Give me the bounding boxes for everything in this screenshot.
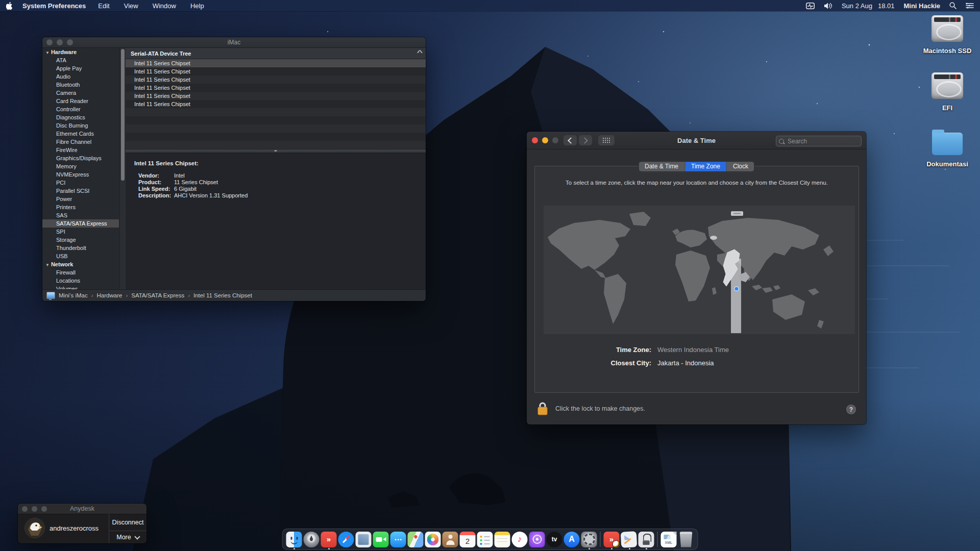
dock-notes-icon[interactable] (495, 532, 510, 547)
breadcrumb-segment[interactable]: SATA/SATA Express (122, 292, 184, 298)
active-app-name[interactable]: System Preferences (22, 2, 86, 10)
menu-item[interactable]: Edit (91, 2, 116, 10)
tab-date-time[interactable]: Date & Time (639, 162, 685, 171)
device-tree-row[interactable]: Intel 11 Series Chipset (126, 59, 426, 67)
tab-time-zone[interactable]: Time Zone (685, 162, 727, 171)
sidebar-item[interactable]: Locations (42, 277, 119, 285)
sidebar-item[interactable]: Printers (42, 203, 119, 211)
device-tree-row[interactable]: Intel 11 Series Chipset (126, 76, 426, 84)
dock-divider[interactable] (657, 532, 658, 547)
help-button[interactable]: ? (846, 405, 856, 414)
datetime-title-bar[interactable]: Date & Time (527, 132, 866, 149)
dock-finder-icon[interactable] (286, 532, 302, 547)
desktop-icon-efi[interactable]: EFI (919, 72, 976, 112)
dock-maps-icon[interactable] (408, 532, 424, 547)
breadcrumb-segment[interactable]: Intel 11 Series Chipset (184, 292, 252, 298)
menubar-clock[interactable]: 18.01 (877, 2, 899, 10)
sidebar-item[interactable]: Bluetooth (42, 81, 119, 89)
device-tree-row[interactable]: Intel 11 Series Chipset (126, 67, 426, 76)
dock-mail-icon[interactable] (356, 532, 372, 547)
menubar-user[interactable]: Mini Hackie (899, 2, 945, 10)
dock-messages-icon[interactable]: … (390, 532, 406, 547)
dock-music-icon[interactable]: ♪ (512, 532, 528, 547)
dock-reminders-icon[interactable] (477, 532, 493, 547)
sidebar-item[interactable]: Memory (42, 162, 119, 170)
sidebar-group-network[interactable]: ▼Network (42, 260, 119, 268)
menubar-date[interactable]: Sun 2 Aug (837, 2, 877, 10)
scrollbar-thumb[interactable] (121, 49, 125, 181)
dock-hackintool-icon[interactable] (639, 532, 654, 547)
dock-configurator-icon[interactable] (621, 531, 638, 548)
sidebar-item[interactable]: Audio (42, 72, 119, 81)
dock-plist-icon[interactable]: XML (661, 532, 677, 547)
forward-button[interactable] (579, 135, 592, 145)
more-button[interactable]: More (109, 531, 146, 543)
anydesk-title-bar[interactable]: Anydesk (18, 504, 146, 514)
dock-trash-icon[interactable] (678, 532, 694, 547)
menu-item[interactable]: Help (183, 2, 211, 10)
closest-city-value[interactable]: Jakarta - Indonesia (657, 359, 714, 367)
lock-icon[interactable] (537, 402, 548, 416)
show-all-button[interactable] (598, 135, 615, 145)
dock-photos-icon[interactable] (425, 532, 441, 547)
world-map[interactable] (544, 206, 855, 334)
sidebar-item[interactable]: Firewall (42, 268, 119, 277)
sidebar-item[interactable]: Card Reader (42, 97, 119, 105)
dock-launchpad-icon[interactable] (304, 532, 320, 547)
sidebar-item[interactable]: Controller (42, 105, 119, 113)
spotlight-search-icon[interactable] (945, 2, 961, 9)
sidebar-item[interactable]: PCI (42, 179, 119, 187)
sidebar-item[interactable]: Apple Pay (42, 64, 119, 72)
sidebar-item[interactable]: Parallel SCSI (42, 187, 119, 195)
search-input[interactable] (787, 137, 850, 145)
sidebar-item[interactable]: Diagnostics (42, 113, 119, 121)
pane-splitter[interactable] (126, 149, 426, 153)
sidebar-item-sata-sata-express[interactable]: SATA/SATA Express (42, 219, 119, 228)
zoom-button[interactable] (552, 137, 558, 143)
sidebar-scrollbar[interactable] (119, 48, 126, 290)
collapse-chevron-icon[interactable]: ^ (417, 49, 423, 56)
minimize-button[interactable] (542, 137, 548, 143)
device-tree-row[interactable]: Intel 11 Series Chipset (126, 100, 426, 108)
sysinfo-title-bar[interactable]: iMac (42, 37, 426, 48)
sidebar-item[interactable]: FireWire (42, 146, 119, 154)
dock-anydesk-session-icon[interactable]: » (604, 532, 620, 547)
breadcrumb-segment[interactable]: Hardware (88, 292, 122, 298)
sidebar-item[interactable]: SAS (42, 211, 119, 219)
sidebar-group-hardware[interactable]: ▼Hardware (42, 48, 119, 56)
dock-calendar-icon[interactable]: 2 (460, 532, 476, 547)
sidebar-item[interactable]: Camera (42, 89, 119, 97)
disconnect-button[interactable]: Disconnect (109, 514, 146, 531)
sidebar-item[interactable]: ATA (42, 56, 119, 64)
sidebar-item[interactable]: Storage (42, 236, 119, 244)
back-button[interactable] (564, 135, 577, 145)
desktop-icon-dokumentasi[interactable]: Dokumentasi (919, 129, 976, 168)
notification-center-icon[interactable] (961, 3, 980, 9)
breadcrumb-segment[interactable]: Mini’s iMac (59, 292, 88, 298)
dock-appstore-icon[interactable]: A (564, 532, 580, 547)
disclosure-triangle-icon[interactable]: ▼ (45, 263, 50, 267)
dock-tv-icon[interactable]: tv (547, 532, 562, 547)
sidebar-item[interactable]: Ethernet Cards (42, 130, 119, 138)
dock-safari-icon[interactable] (338, 532, 354, 547)
dock-divider[interactable] (600, 532, 601, 547)
apple-menu[interactable] (0, 2, 18, 10)
search-field[interactable] (776, 136, 862, 146)
close-button[interactable] (532, 137, 538, 143)
sidebar-item[interactable]: Power (42, 195, 119, 203)
device-tree-row[interactable]: Intel 11 Series Chipset (126, 92, 426, 100)
desktop-icon-macintosh-ssd[interactable]: Macintosh SSD (919, 15, 976, 55)
sidebar-item[interactable]: NVMExpress (42, 170, 119, 179)
dock-contacts-icon[interactable] (443, 532, 458, 547)
sidebar-item[interactable]: Fibre Channel (42, 138, 119, 146)
sidebar-item[interactable]: Disc Burning (42, 121, 119, 130)
device-tree-row[interactable]: Intel 11 Series Chipset (126, 84, 426, 92)
menu-item[interactable]: Window (145, 2, 183, 10)
menu-item[interactable]: View (117, 2, 145, 10)
volume-icon[interactable] (819, 3, 837, 9)
splitter-handle[interactable] (275, 150, 277, 152)
dock-anydesk-icon[interactable]: » (321, 532, 337, 547)
sidebar-item[interactable]: Thunderbolt (42, 244, 119, 252)
tab-clock[interactable]: Clock (727, 162, 754, 171)
disclosure-triangle-icon[interactable]: ▼ (45, 51, 50, 55)
